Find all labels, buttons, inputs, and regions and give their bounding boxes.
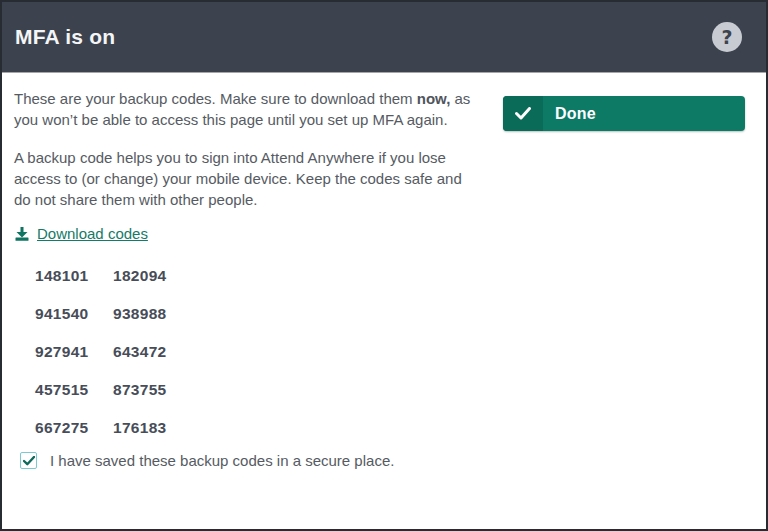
checkmark-icon <box>503 96 543 131</box>
done-button[interactable]: Done <box>503 96 745 131</box>
backup-code: 938988 <box>113 303 167 324</box>
backup-code: 457515 <box>35 379 113 400</box>
help-button[interactable]: ? <box>712 22 742 52</box>
backup-code: 176183 <box>113 417 167 438</box>
backup-code: 941540 <box>35 303 113 324</box>
intro-paragraph: These are your backup codes. Make sure t… <box>14 88 482 130</box>
mfa-dialog: MFA is on ? Done These are your backup c… <box>0 0 768 531</box>
info-paragraph: A backup code helps you to sign into Att… <box>14 147 482 210</box>
checkbox-check-icon <box>23 456 35 466</box>
backup-code: 873755 <box>113 379 167 400</box>
backup-code: 182094 <box>113 265 167 286</box>
download-icon <box>14 226 30 242</box>
backup-code: 927941 <box>35 341 113 362</box>
backup-codes-list: 148101 182094 941540 938988 927941 64347… <box>35 265 744 438</box>
checkbox-label[interactable]: I have saved these backup codes in a sec… <box>50 452 394 469</box>
confirmation-row: I have saved these backup codes in a sec… <box>20 452 744 469</box>
intro-text-pre: These are your backup codes. Make sure t… <box>14 90 417 107</box>
download-codes-row: Download codes <box>14 225 744 242</box>
saved-codes-checkbox[interactable] <box>20 452 37 469</box>
question-mark-icon: ? <box>721 28 732 47</box>
intro-text-bold: now, <box>417 90 451 107</box>
dialog-header: MFA is on ? <box>2 2 766 72</box>
backup-code: 667275 <box>35 417 113 438</box>
page-title: MFA is on <box>15 25 115 49</box>
backup-code: 643472 <box>113 341 167 362</box>
download-codes-link[interactable]: Download codes <box>37 225 148 242</box>
done-button-label: Done <box>543 96 596 131</box>
backup-code: 148101 <box>35 265 113 286</box>
dialog-body: Done These are your backup codes. Make s… <box>2 72 766 469</box>
